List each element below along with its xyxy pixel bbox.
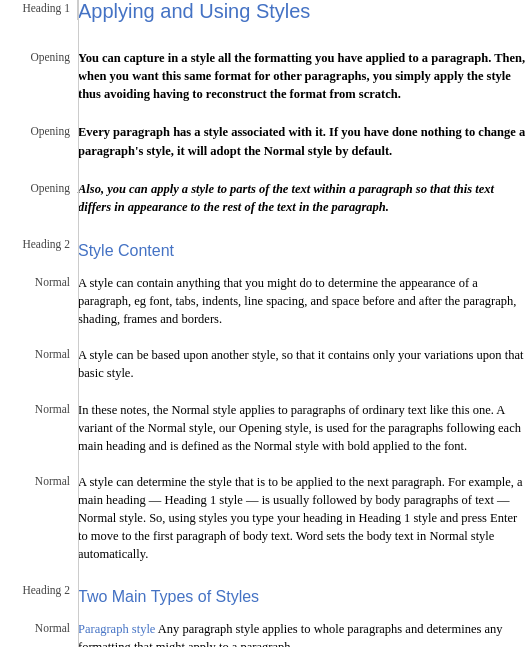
page-title: Applying and Using Styles — [78, 0, 528, 23]
row-normal2: Normal A style can be based upon another… — [0, 346, 528, 392]
row-opening1: Opening You can capture in a style all t… — [0, 49, 528, 113]
content-opening2: Every paragraph has a style associated w… — [78, 123, 528, 169]
sidebar-label-opening2: Opening — [0, 123, 78, 137]
content-opening1: You can capture in a style all the forma… — [78, 49, 528, 113]
paragraph-style-link[interactable]: Paragraph style — [78, 622, 155, 636]
content-normal3: In these notes, the Normal style applies… — [78, 401, 528, 465]
sidebar-label-normal4: Normal — [0, 473, 78, 487]
sidebar-label-normal3: Normal — [0, 401, 78, 415]
para-normal4: A style can determine the style that is … — [78, 473, 528, 564]
row-normal4: Normal A style can determine the style t… — [0, 473, 528, 574]
main-layout: Heading 1 Applying and Using Styles Open… — [0, 0, 528, 647]
content-para-style: Paragraph style Any paragraph style appl… — [78, 620, 528, 648]
content-normal4: A style can determine the style that is … — [78, 473, 528, 574]
para-opening2: Every paragraph has a style associated w… — [78, 123, 528, 159]
content-heading1: Applying and Using Styles — [78, 0, 528, 37]
row-normal3: Normal In these notes, the Normal style … — [0, 401, 528, 465]
para-normal3: In these notes, the Normal style applies… — [78, 401, 528, 455]
row-para-style: Normal Paragraph style Any paragraph sty… — [0, 620, 528, 648]
sidebar-label-heading2-types: Heading 2 — [0, 582, 78, 596]
section-heading-types: Two Main Types of Styles — [78, 588, 528, 606]
para-normal2: A style can be based upon another style,… — [78, 346, 528, 382]
para-normal1: A style can contain anything that you mi… — [78, 274, 528, 328]
row-normal1: Normal A style can contain anything that… — [0, 274, 528, 338]
sidebar-label-para-style: Normal — [0, 620, 78, 634]
sidebar-label-normal1: Normal — [0, 274, 78, 288]
section-heading-style-content: Style Content — [78, 242, 528, 260]
row-opening2: Opening Every paragraph has a style asso… — [0, 123, 528, 169]
content-heading2-style: Style Content — [78, 236, 528, 268]
sidebar-label-opening1: Opening — [0, 49, 78, 63]
content-normal1: A style can contain anything that you mi… — [78, 274, 528, 338]
para-opening1: You can capture in a style all the forma… — [78, 49, 528, 103]
row-heading2-types: Heading 2 Two Main Types of Styles — [0, 582, 528, 614]
para-paragraph-style: Paragraph style Any paragraph style appl… — [78, 620, 528, 648]
row-heading1: Heading 1 Applying and Using Styles — [0, 0, 528, 37]
content-opening3: Also, you can apply a style to parts of … — [78, 180, 528, 226]
para-opening3: Also, you can apply a style to parts of … — [78, 180, 528, 216]
sidebar-label-normal2: Normal — [0, 346, 78, 360]
sidebar-label-heading1: Heading 1 — [0, 0, 78, 14]
row-opening3: Opening Also, you can apply a style to p… — [0, 180, 528, 226]
content-normal2: A style can be based upon another style,… — [78, 346, 528, 392]
sidebar-label-heading2-style: Heading 2 — [0, 236, 78, 250]
content-heading2-types: Two Main Types of Styles — [78, 582, 528, 614]
sidebar-label-opening3: Opening — [0, 180, 78, 194]
row-heading2-style-content: Heading 2 Style Content — [0, 236, 528, 268]
